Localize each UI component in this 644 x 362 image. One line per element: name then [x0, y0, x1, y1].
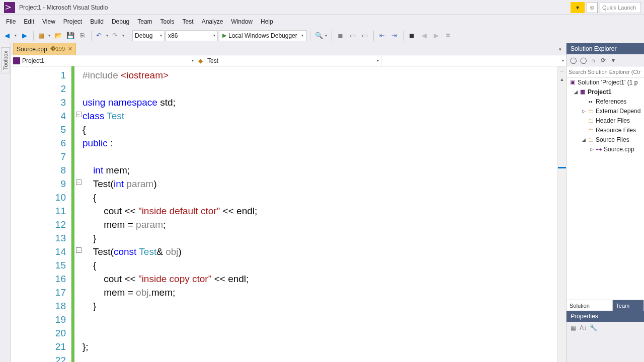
external-deps-node[interactable]: ▷🗀External Depend — [567, 106, 644, 116]
play-icon: ▶ — [222, 32, 226, 39]
expander-icon[interactable]: ◢ — [573, 89, 579, 95]
notifications-flag-button[interactable]: ▾ — [571, 2, 585, 13]
se-back-button[interactable]: ◯ — [569, 56, 578, 65]
references-icon: ▪▪ — [587, 98, 595, 105]
start-debug-button[interactable]: ▶Local Windows Debugger▾ — [219, 30, 307, 41]
uncomment-button[interactable]: ▭ — [347, 30, 358, 41]
se-search-input[interactable] — [567, 66, 644, 77]
decrease-indent-icon[interactable]: ⇤ — [377, 30, 388, 41]
tab-team-explorer[interactable]: Team Expl — [613, 300, 644, 311]
expander-icon[interactable]: ▷ — [581, 109, 587, 114]
class-icon: ◆ — [198, 57, 205, 64]
menu-window[interactable]: Window — [227, 15, 257, 28]
vertical-scrollbar[interactable]: ─ ▲ — [557, 66, 566, 362]
speech-icon: ☺ — [589, 4, 595, 11]
menu-tools[interactable]: Tools — [156, 15, 179, 28]
menu-help[interactable]: Help — [257, 15, 277, 28]
clear-bookmarks-button[interactable]: ✖ — [443, 30, 454, 41]
code-content[interactable]: #include <iostream> using namespace std;… — [83, 66, 557, 362]
right-panel-tabs: Solution Explorer Team Expl — [567, 300, 644, 311]
project-node[interactable]: ◢▦Project1 — [567, 87, 644, 97]
toolbar: ◀ ▶ ▦ 📂 💾 ⎘ ↶ ↷ Debug▾ x86▾ ▶Local Windo… — [0, 28, 644, 43]
save-button[interactable]: 💾 — [65, 30, 76, 41]
solution-explorer-search[interactable] — [567, 66, 644, 77]
prop-pages-button[interactable]: 🔧 — [589, 323, 598, 332]
cpp-file-icon: ++ — [595, 146, 603, 153]
menubar: FileEditViewProjectBuildDebugTeamToolsTe… — [0, 15, 644, 28]
scope-selector[interactable]: Project1 ▾ — [11, 55, 196, 66]
split-button[interactable]: ─ — [558, 66, 566, 75]
menu-test[interactable]: Test — [179, 15, 198, 28]
se-home-button[interactable]: ⌂ — [589, 56, 598, 65]
prop-categorized-button[interactable]: ▦ — [569, 323, 578, 332]
folder-icon: 🗀 — [587, 108, 595, 115]
config-select[interactable]: Debug▾ — [132, 30, 165, 41]
properties-title: Properties — [567, 311, 644, 322]
platform-select[interactable]: x86▾ — [166, 30, 218, 41]
solution-node[interactable]: ▣Solution 'Project1' (1 p — [567, 77, 644, 87]
quick-launch-input[interactable]: Quick Launch — [600, 2, 641, 13]
menu-debug[interactable]: Debug — [108, 15, 133, 28]
undo-button[interactable]: ↶ — [95, 30, 110, 41]
nav-forward-button[interactable]: ▶ — [19, 30, 30, 41]
scroll-marker — [558, 167, 566, 168]
menu-view[interactable]: View — [38, 15, 59, 28]
menu-file[interactable]: File — [2, 15, 20, 28]
next-bookmark-button[interactable]: ▶ — [431, 30, 442, 41]
save-all-button[interactable]: ⎘ — [77, 30, 88, 41]
comment-button[interactable]: ≣ — [335, 30, 346, 41]
increase-indent-icon[interactable]: ⇥ — [389, 30, 400, 41]
find-button[interactable]: 🔍 — [313, 30, 329, 41]
close-icon[interactable]: ✕ — [68, 46, 72, 52]
toolbox-panel-tab[interactable]: Toolbox — [0, 43, 11, 362]
redo-button[interactable]: ↷ — [111, 30, 126, 41]
file-tab-source[interactable]: Source.cpp �199 ✕ — [13, 43, 76, 55]
menu-edit[interactable]: Edit — [20, 15, 38, 28]
menu-analyze[interactable]: Analyze — [198, 15, 227, 28]
tab-solution-explorer[interactable]: Solution Explorer — [567, 300, 613, 311]
resource-files-node[interactable]: 🗀Resource Files — [567, 125, 644, 135]
member-selector[interactable]: ▾ — [381, 55, 566, 66]
menu-build[interactable]: Build — [86, 15, 108, 28]
expander-icon[interactable]: ◢ — [581, 137, 587, 142]
file-tab-label: Source.cpp — [17, 46, 47, 53]
flag-icon: ▾ — [576, 4, 579, 11]
prev-bookmark-button[interactable]: ◀ — [419, 30, 430, 41]
source-file-node[interactable]: ▷++Source.cpp — [567, 144, 644, 154]
vs-logo-icon — [4, 2, 15, 13]
solution-tree[interactable]: ▣Solution 'Project1' (1 p ◢▦Project1 ▪▪R… — [567, 77, 644, 300]
fold-column[interactable]: −−− — [74, 66, 83, 362]
properties-panel: ▦ A↓ 🔧 — [567, 322, 644, 362]
expander-icon[interactable]: ▷ — [589, 147, 595, 152]
se-sync-button[interactable]: ⟳ — [599, 56, 608, 65]
references-node[interactable]: ▪▪References — [567, 97, 644, 106]
menu-team[interactable]: Team — [133, 15, 156, 28]
document-tab-row: Source.cpp �199 ✕ ▾ — [11, 43, 566, 55]
navigation-bar: Project1 ▾ ◆ Test ▾ ▾ — [11, 55, 566, 66]
se-more-button[interactable]: ▾ — [609, 56, 618, 65]
nav-back-button[interactable]: ◀ — [3, 30, 18, 41]
feedback-button[interactable]: ☺ — [587, 2, 598, 13]
folder-icon: 🗀 — [587, 117, 595, 124]
scroll-up-button[interactable]: ▲ — [558, 75, 566, 83]
bookmark-button[interactable]: ◼ — [407, 30, 418, 41]
solution-explorer-toolbar: ◯ ◯ ⌂ ⟳ ▾ — [567, 54, 644, 66]
solution-icon: ▣ — [569, 79, 577, 86]
solution-explorer-title: Solution Explorer — [567, 43, 644, 54]
menu-project[interactable]: Project — [59, 15, 86, 28]
header-files-node[interactable]: 🗀Header Files — [567, 116, 644, 125]
project-icon: ▦ — [579, 88, 587, 96]
type-selector[interactable]: ◆ Test ▾ — [196, 55, 381, 66]
folder-icon: 🗀 — [587, 127, 595, 134]
line-number-gutter: 12345678910111213141516171819202122 — [11, 66, 71, 362]
source-files-node[interactable]: ◢🗀Source Files — [567, 135, 644, 144]
tab-overflow-button[interactable]: ▾ — [556, 45, 564, 53]
new-project-button[interactable]: ▦ — [37, 30, 52, 41]
open-file-button[interactable]: 📂 — [53, 30, 64, 41]
se-forward-button[interactable]: ◯ — [579, 56, 588, 65]
prop-alpha-button[interactable]: A↓ — [579, 323, 588, 332]
pin-icon[interactable]: �199 — [50, 46, 65, 52]
titlebar: Project1 - Microsoft Visual Studio ▾ ☺ Q… — [0, 0, 644, 15]
toggle-button[interactable]: ▭ — [359, 30, 370, 41]
code-editor[interactable]: 12345678910111213141516171819202122 −−− … — [11, 66, 566, 362]
